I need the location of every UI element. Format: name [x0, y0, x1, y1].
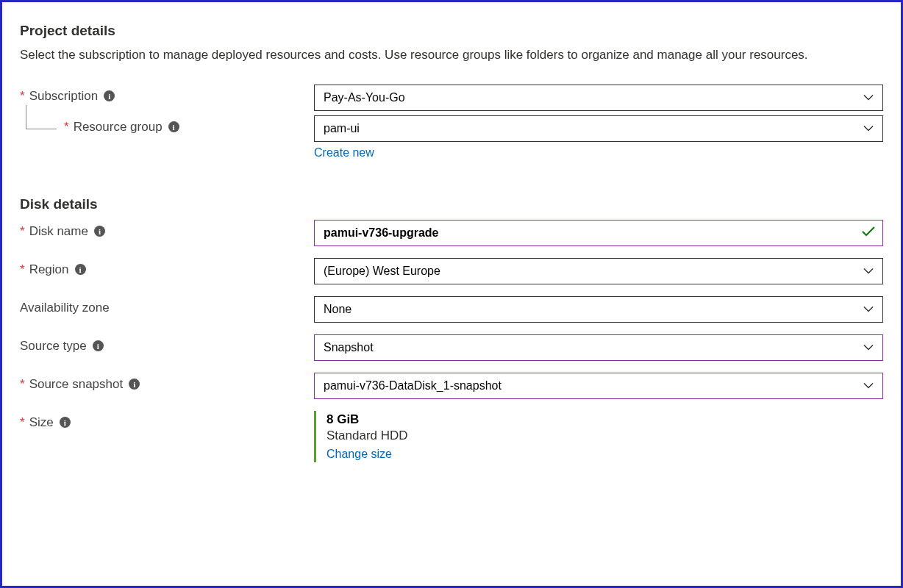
info-icon[interactable]: i [168, 121, 179, 132]
required-indicator: * [20, 224, 25, 239]
chevron-down-icon [863, 306, 874, 312]
create-disk-basics-pane: Project details Select the subscription … [0, 0, 903, 588]
source-type-value: Snapshot [324, 341, 374, 354]
source-snapshot-label-text: Source snapshot [29, 377, 124, 392]
source-snapshot-select[interactable]: pamui-v736-DataDisk_1-snapshot [314, 373, 883, 399]
resource-group-value: pam-ui [324, 122, 360, 135]
region-value: (Europe) West Europe [324, 265, 440, 278]
region-label-text: Region [29, 262, 69, 277]
disk-details-heading: Disk details [20, 196, 883, 212]
size-label: * Size i [20, 411, 314, 430]
required-indicator: * [64, 120, 69, 135]
size-summary: 8 GiB Standard HDD Change size [314, 411, 883, 462]
required-indicator: * [20, 377, 25, 392]
region-select[interactable]: (Europe) West Europe [314, 258, 883, 284]
availability-zone-value: None [324, 303, 351, 316]
info-icon[interactable]: i [60, 417, 71, 428]
resource-group-label: * Resource group i [20, 115, 314, 135]
create-new-resource-group-link[interactable]: Create new [314, 146, 374, 159]
size-label-text: Size [29, 415, 54, 430]
info-icon[interactable]: i [94, 226, 105, 237]
disk-name-value: pamui-v736-upgrade [324, 226, 438, 240]
subscription-label-text: Subscription [29, 89, 99, 104]
chevron-down-icon [863, 125, 874, 132]
required-indicator: * [20, 262, 25, 277]
disk-name-input[interactable]: pamui-v736-upgrade [314, 220, 883, 246]
availability-zone-select[interactable]: None [314, 296, 883, 323]
required-indicator: * [20, 89, 25, 104]
chevron-down-icon [863, 344, 874, 351]
check-icon [862, 226, 875, 240]
availability-zone-label: Availability zone [20, 296, 314, 315]
source-type-label: Source type i [20, 334, 314, 354]
info-icon[interactable]: i [104, 90, 115, 101]
source-type-select[interactable]: Snapshot [314, 334, 883, 361]
source-snapshot-label: * Source snapshot i [20, 373, 314, 392]
disk-name-label-text: Disk name [29, 224, 88, 239]
subscription-value: Pay-As-You-Go [324, 91, 405, 104]
subscription-select[interactable]: Pay-As-You-Go [314, 85, 883, 111]
source-snapshot-value: pamui-v736-DataDisk_1-snapshot [324, 379, 502, 392]
size-tier: Standard HDD [326, 429, 883, 443]
info-icon[interactable]: i [75, 264, 86, 275]
source-type-label-text: Source type [20, 339, 87, 354]
region-label: * Region i [20, 258, 314, 277]
resource-group-label-text: Resource group [74, 120, 163, 135]
project-details-description: Select the subscription to manage deploy… [20, 46, 865, 64]
subscription-label: * Subscription i [20, 85, 314, 104]
disk-name-label: * Disk name i [20, 220, 314, 239]
chevron-down-icon [863, 94, 874, 101]
chevron-down-icon [863, 382, 874, 389]
info-icon[interactable]: i [129, 379, 140, 390]
availability-zone-label-text: Availability zone [20, 301, 110, 315]
chevron-down-icon [863, 268, 874, 274]
info-icon[interactable]: i [93, 340, 104, 351]
required-indicator: * [20, 415, 25, 430]
project-details-heading: Project details [20, 23, 883, 39]
size-value: 8 GiB [326, 412, 883, 427]
change-size-link[interactable]: Change size [326, 448, 392, 461]
resource-group-select[interactable]: pam-ui [314, 115, 883, 142]
